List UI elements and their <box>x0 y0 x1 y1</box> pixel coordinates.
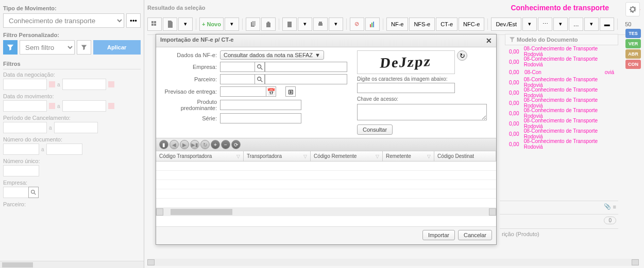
grid-reload[interactable]: ⟳ <box>231 140 241 149</box>
badge-abr[interactable]: ABR <box>625 49 641 59</box>
print-button[interactable] <box>313 17 328 31</box>
grid-nav-first[interactable]: ▮ <box>159 140 168 149</box>
calendar-icon[interactable] <box>49 103 55 109</box>
grid-remove[interactable]: − <box>221 140 230 149</box>
devest-drop[interactable]: ▾ <box>522 17 537 31</box>
cte-button[interactable]: CT-e <box>436 17 457 31</box>
grid-nav-next[interactable]: ▶ <box>180 140 189 149</box>
main-scrollbar[interactable] <box>147 259 639 266</box>
previsao-extra-button[interactable]: ⊞ <box>285 86 296 97</box>
numero-doc-to[interactable] <box>46 144 82 155</box>
numero-doc-from[interactable] <box>3 144 39 155</box>
cancelar-button[interactable]: Cancelar <box>458 230 492 240</box>
badge-ver[interactable]: VER <box>625 39 641 48</box>
tipo-movimento-select[interactable]: Conhecimento de transporte <box>3 13 124 28</box>
result-row[interactable]: 0,0008-Conhecimento de Transporte Rodovi… <box>505 57 618 67</box>
devest-button[interactable]: Dev./Est <box>491 17 521 31</box>
result-row[interactable]: 0,0008-Conhecimento de Transporte Rodovi… <box>505 118 618 129</box>
empresa-code-input[interactable] <box>220 62 255 72</box>
result-row[interactable]: 0,0008-Conhecimento de Transporte Rodovi… <box>505 77 618 87</box>
result-row[interactable]: 0,0008-Conoviá <box>505 67 618 77</box>
produto-input[interactable] <box>220 100 301 110</box>
nfse-button[interactable]: NFS-e <box>409 17 435 31</box>
col-codigo-transportadora[interactable]: Código Transportadora▽ <box>156 151 244 161</box>
parceiro-code-input[interactable] <box>220 74 255 84</box>
left-scrollbar[interactable] <box>0 261 144 268</box>
grid-nav-prev[interactable]: ◀ <box>170 140 179 149</box>
novo-button[interactable]: +Novo <box>199 17 224 31</box>
cancel-item-button[interactable]: ⊘ <box>350 17 364 31</box>
result-row[interactable]: 0,0008-Conhecimento de Transporte Rodovi… <box>505 139 618 149</box>
novo-drop[interactable]: ▾ <box>225 17 239 31</box>
grid-add[interactable]: + <box>211 140 220 149</box>
doc-drop[interactable]: ▾ <box>178 17 193 31</box>
scroll-thumb[interactable] <box>171 209 232 215</box>
dados-nfe-dropdown[interactable]: Consultar dados da nota na SEFAZ▼ <box>220 50 324 60</box>
col-codigo-remetente[interactable]: Código Remetente▽ <box>311 151 383 161</box>
extra1-drop[interactable]: ▾ <box>553 17 568 31</box>
grid-view-button[interactable] <box>147 17 162 31</box>
empresa-lookup-button[interactable] <box>255 62 265 72</box>
grid-refresh[interactable]: ↻ <box>200 140 210 149</box>
nfe-button[interactable]: NF-e <box>386 17 408 31</box>
empresa-input[interactable] <box>3 187 29 198</box>
filtro-select[interactable]: Sem filtro <box>20 40 75 55</box>
funnel-icon[interactable]: ▽ <box>376 154 379 159</box>
empresa-lookup[interactable] <box>28 187 39 198</box>
result-row[interactable]: 0,0008-Conhecimento de Transporte Rodovi… <box>505 108 618 118</box>
modal-close-button[interactable]: ✕ <box>486 37 492 45</box>
menu-icon[interactable]: ≡ <box>613 204 616 210</box>
result-row[interactable]: 0,0008-Conhecimento de Transporte Rodovi… <box>505 46 618 57</box>
consultar-button[interactable]: Consultar <box>357 124 393 135</box>
grid-scrollbar[interactable] <box>156 208 496 216</box>
grid-body[interactable] <box>156 162 496 208</box>
doc-button[interactable] <box>163 17 177 31</box>
paste-button[interactable] <box>282 17 297 31</box>
captcha-input[interactable] <box>357 83 455 93</box>
previsao-input[interactable] <box>220 86 266 97</box>
data-negociacao-from[interactable] <box>3 79 47 90</box>
parceiro-name-input[interactable] <box>265 74 347 84</box>
print-drop[interactable]: ▾ <box>329 17 343 31</box>
extra1-button[interactable]: ⋯ <box>538 17 552 31</box>
delete-button[interactable] <box>261 17 276 31</box>
badge-con[interactable]: CON <box>625 60 641 69</box>
chart-button[interactable] <box>365 17 380 31</box>
data-movimento-from[interactable] <box>3 100 47 112</box>
data-negociacao-to[interactable] <box>62 79 106 90</box>
result-row[interactable]: 0,0008-Conhecimento de Transporte Rodovi… <box>505 98 618 108</box>
col-codigo-destinat[interactable]: Código Destinat <box>434 151 496 161</box>
paste-drop[interactable]: ▾ <box>298 17 312 31</box>
result-row[interactable]: 0,0008-Conhecimento de Transporte Rodovi… <box>505 129 618 139</box>
result-row[interactable]: 0,0008-Conhecimento de Transporte Rodovi… <box>505 87 618 98</box>
funnel-icon[interactable]: ▽ <box>236 154 240 159</box>
empresa-name-input[interactable] <box>265 62 347 72</box>
extra2-button[interactable]: … <box>569 17 583 31</box>
captcha-refresh-button[interactable]: ↻ <box>457 50 467 61</box>
scroll-right[interactable] <box>632 259 639 265</box>
funnel-icon[interactable]: ▽ <box>427 154 431 159</box>
periodo-from[interactable] <box>3 122 47 133</box>
grid-nav-last[interactable]: ▶▮ <box>190 140 199 149</box>
serie-input[interactable] <box>220 113 301 123</box>
parceiro-lookup-button[interactable] <box>255 74 265 84</box>
col-transportadora[interactable]: Transportadora▽ <box>244 151 311 161</box>
calendar-icon[interactable] <box>108 81 114 87</box>
col-remetente[interactable]: Remetente▽ <box>383 151 434 161</box>
attach-icon[interactable]: 📎 <box>604 203 611 210</box>
nfce-button[interactable]: NFC-e <box>459 17 484 31</box>
funnel-icon[interactable]: ▽ <box>303 154 307 159</box>
scroll-right-arrow[interactable] <box>489 208 496 216</box>
modelo-header[interactable]: Modelo do Documento <box>505 34 618 45</box>
modal-titlebar[interactable]: Importação de NF-e p/ CT-e ✕ <box>156 34 496 47</box>
calendar-icon[interactable] <box>49 81 55 87</box>
numero-unico-input[interactable] <box>3 165 39 176</box>
badge-tes[interactable]: TES <box>625 29 641 38</box>
data-movimento-to[interactable] <box>62 100 106 112</box>
calendar-icon[interactable] <box>108 103 114 109</box>
filter-icon-button[interactable] <box>3 40 18 55</box>
tipo-more-button[interactable]: ••• <box>126 13 141 28</box>
settings-button[interactable] <box>625 2 640 16</box>
extra3-button[interactable]: ▬ <box>600 17 614 31</box>
aplicar-button[interactable]: Aplicar <box>93 40 141 55</box>
